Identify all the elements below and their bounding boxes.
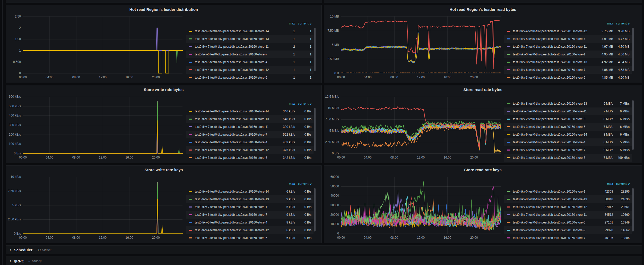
legend-max-value: 7 MB/s: [595, 156, 613, 160]
legend-item[interactable]: test0-tikv-2.test0-tikv-peer.tidb-test0.…: [504, 115, 632, 123]
legend-sort-current[interactable]: current∨: [295, 22, 311, 25]
legend-item[interactable]: test0-tikv-6.test0-tikv-peer.tidb-test0.…: [504, 234, 632, 242]
legend-item[interactable]: test0-tikv-7.test0-tikv-peer.tidb-test0.…: [504, 211, 632, 219]
legend-item[interactable]: test0-tikv-7.test0-tikv-peer.tidb-test0.…: [186, 43, 314, 51]
legend-sort-current[interactable]: current∨: [613, 22, 630, 25]
legend-item[interactable]: test0-tikv-7.test0-tikv-peer.tidb-test0.…: [186, 123, 314, 131]
x-tick-label: 08:00: [68, 236, 84, 240]
legend-sort-max[interactable]: max: [595, 22, 613, 25]
legend-item[interactable]: test0-tikv-3.test0-tikv-peer.tidb-test0.…: [186, 74, 314, 81]
legend-item[interactable]: test0-tikv-3.test0-tikv-peer.tidb-test0.…: [504, 219, 632, 226]
legend-item[interactable]: test0-tikv-4.test0-tikv-peer.tidb-test0.…: [186, 146, 314, 154]
legend-item[interactable]: test0-tikv-8.test0-tikv-peer.tidb-test0.…: [186, 35, 314, 43]
legend-current-value: 13886: [613, 236, 630, 240]
row-toggle-grpc[interactable]: › gRPC (2 panels): [6, 256, 642, 265]
legend-item[interactable]: test0-tikv-2.test0-tikv-peer.tidb-test0.…: [504, 226, 632, 234]
legend-series-name: test0-tikv-3.test0-tikv-peer.tidb-test0.…: [195, 156, 277, 160]
row-toggle-scheduler[interactable]: › Scheduler (14 panels): [6, 245, 642, 254]
legend-item[interactable]: test0-tikv-4.test0-tikv-peer.tidb-test0.…: [504, 203, 632, 211]
legend-header: maxcurrent∨: [504, 180, 632, 188]
legend-item[interactable]: test0-tikv-0.test0-tikv-peer.tidb-test0.…: [504, 51, 632, 58]
series-color-swatch: [507, 157, 510, 158]
legend-item[interactable]: test0-tikv-4.test0-tikv-peer.tidb-test0.…: [186, 66, 314, 74]
legend-current-value: 4.63 MB: [613, 68, 630, 72]
legend-scrollbar[interactable]: [314, 188, 316, 231]
legend-sort-current[interactable]: current∨: [295, 102, 311, 105]
legend-item[interactable]: test0-tikv-5.test0-tikv-peer.tidb-test0.…: [504, 138, 632, 146]
legend-item[interactable]: test0-tikv-8.test0-tikv-peer.tidb-test0.…: [186, 195, 314, 203]
legend-scrollbar[interactable]: [632, 28, 634, 71]
legend-max-value: 1: [277, 76, 295, 79]
legend-scrollbar[interactable]: [632, 100, 634, 150]
legend-item[interactable]: test0-tikv-0.test0-tikv-peer.tidb-test0.…: [504, 188, 632, 195]
legend-current-value: 4.77 MB: [613, 37, 630, 41]
legend-series-name: test0-tikv-5.test0-tikv-peer.tidb-test0.…: [195, 60, 277, 64]
legend-item[interactable]: test0-tikv-1.test0-tikv-peer.tidb-test0.…: [504, 154, 632, 162]
series-color-swatch: [507, 31, 510, 32]
y-tick-label: 0 B/s: [324, 151, 339, 155]
legend-max-value: 42303: [595, 190, 613, 193]
legend-item[interactable]: test0-tikv-7.test0-tikv-peer.tidb-test0.…: [504, 107, 632, 115]
legend-current-value: 24636: [613, 197, 630, 201]
legend-series-name: test0-tikv-6.test0-tikv-peer.tidb-test0.…: [513, 236, 595, 240]
panel: Store read rate bytes 12.5 MB/s10 MB/s7.…: [324, 85, 642, 163]
legend-item[interactable]: test0-tikv-9.test0-tikv-peer.tidb-test0.…: [186, 27, 314, 35]
legend-item[interactable]: test0-tikv-8.test0-tikv-peer.tidb-test0.…: [504, 100, 632, 107]
legend-item[interactable]: test0-tikv-9.test0-tikv-peer.tidb-test0.…: [504, 131, 632, 138]
legend-max-value: 46106: [595, 236, 613, 240]
legend-sort-current[interactable]: current∨: [295, 182, 311, 186]
panel: Store write rate keys 10 kB/s7.50 kB/s5 …: [6, 165, 322, 243]
legend-scrollbar[interactable]: [632, 188, 634, 231]
y-tick-label: 30000: [324, 203, 339, 207]
legend-item[interactable]: test0-tikv-5.test0-tikv-peer.tidb-test0.…: [186, 138, 314, 146]
legend-sort-max[interactable]: max: [277, 102, 295, 105]
legend-max-value: 9.75 MB: [595, 29, 613, 33]
legend-item[interactable]: test0-tikv-5.test0-tikv-peer.tidb-test0.…: [186, 58, 314, 66]
legend-item[interactable]: test0-tikv-8.test0-tikv-peer.tidb-test0.…: [504, 195, 632, 203]
legend-item[interactable]: test0-tikv-6.test0-tikv-peer.tidb-test0.…: [186, 131, 314, 138]
legend-sort-current[interactable]: current∨: [613, 182, 630, 186]
legend-item[interactable]: test0-tikv-8.test0-tikv-peer.tidb-test0.…: [186, 115, 314, 123]
legend-max-value: 8 MB/s: [595, 133, 613, 136]
legend-max-value: 1: [277, 68, 295, 72]
y-tick-label: 1: [6, 48, 21, 53]
legend-item[interactable]: test0-tikv-8.test0-tikv-peer.tidb-test0.…: [504, 58, 632, 66]
legend-item[interactable]: test0-tikv-3.test0-tikv-peer.tidb-test0.…: [186, 234, 314, 242]
legend-item[interactable]: test0-tikv-3.test0-tikv-peer.tidb-test0.…: [504, 74, 632, 81]
legend-item[interactable]: test0-tikv-5.test0-tikv-peer.tidb-test0.…: [186, 219, 314, 226]
legend-current-value: 0 B/s: [295, 205, 311, 209]
legend-item[interactable]: test0-tikv-3.test0-tikv-peer.tidb-test0.…: [186, 154, 314, 162]
legend-item[interactable]: test0-tikv-5.test0-tikv-peer.tidb-test0.…: [504, 35, 632, 43]
legend-item[interactable]: test0-tikv-6.test0-tikv-peer.tidb-test0.…: [186, 211, 314, 219]
legend-current-value: 14662: [613, 228, 630, 232]
legend-current-value: 6 MB/s: [613, 117, 630, 121]
legend-item[interactable]: test0-tikv-9.test0-tikv-peer.tidb-test0.…: [186, 107, 314, 115]
legend-item[interactable]: test0-tikv-3.test0-tikv-peer.tidb-test0.…: [504, 123, 632, 131]
series-color-swatch: [507, 111, 510, 112]
x-tick-label: 12:00: [413, 236, 429, 240]
legend-item[interactable]: test0-tikv-6.test0-tikv-peer.tidb-test0.…: [504, 66, 632, 74]
series-color-swatch: [507, 69, 510, 70]
x-tick-label: 04:00: [41, 236, 58, 240]
series-color-swatch: [189, 134, 192, 135]
legend-item[interactable]: test0-tikv-4.test0-tikv-peer.tidb-test0.…: [504, 27, 632, 35]
y-tick-label: 5 kB/s: [6, 203, 21, 207]
x-tick-label: 12:00: [413, 75, 429, 79]
legend-item[interactable]: test0-tikv-7.test0-tikv-peer.tidb-test0.…: [504, 43, 632, 51]
legend-current-value: 1: [295, 60, 311, 64]
legend-scrollbar[interactable]: [314, 108, 316, 151]
series-color-swatch: [507, 150, 510, 151]
legend-sort-max[interactable]: max: [277, 182, 295, 186]
legend-item[interactable]: test0-tikv-7.test0-tikv-peer.tidb-test0.…: [186, 203, 314, 211]
legend-item[interactable]: test0-tikv-6.test0-tikv-peer.tidb-test0.…: [186, 51, 314, 58]
legend-scrollbar[interactable]: [314, 28, 316, 71]
legend-item[interactable]: test0-tikv-4.test0-tikv-peer.tidb-test0.…: [186, 226, 314, 234]
legend-sort-max[interactable]: max: [595, 182, 613, 186]
legend: maxcurrent∨test0-tikv-9.test0-tikv-peer.…: [186, 20, 314, 81]
legend-item[interactable]: test0-tikv-9.test0-tikv-peer.tidb-test0.…: [186, 188, 314, 195]
legend-series-name: test0-tikv-2.test0-tikv-peer.tidb-test0.…: [513, 117, 595, 121]
legend-max-value: 9 MB/s: [595, 148, 613, 152]
legend-item[interactable]: test0-tikv-6.test0-tikv-peer.tidb-test0.…: [504, 146, 632, 154]
y-tick-label: 12.5 MB/s: [324, 95, 339, 99]
legend-sort-max[interactable]: max: [277, 22, 295, 25]
